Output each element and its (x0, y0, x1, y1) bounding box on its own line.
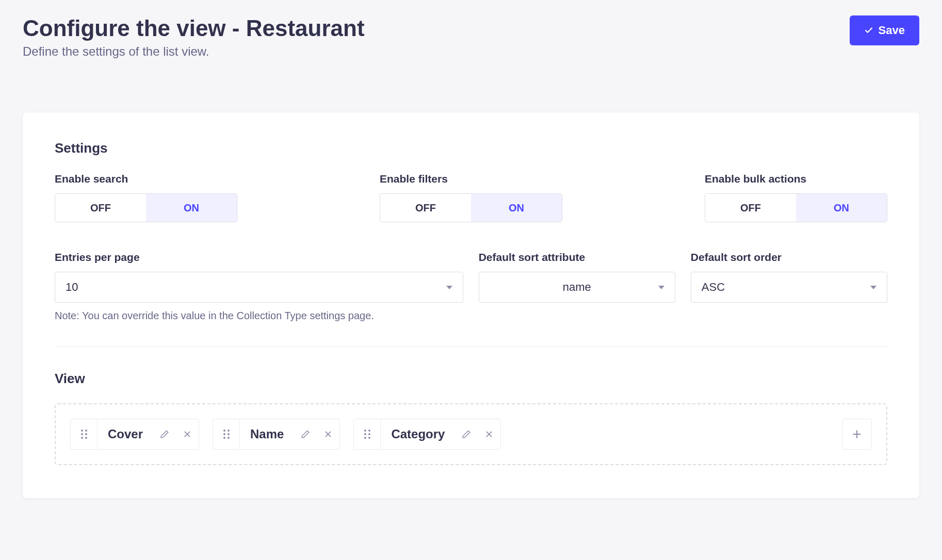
svg-point-1 (85, 430, 87, 432)
view-fields-container: Cover Name Category (55, 403, 887, 465)
enable-search-on[interactable]: ON (146, 194, 237, 222)
svg-point-11 (228, 433, 230, 435)
pencil-icon[interactable] (294, 430, 317, 439)
field-chip-category: Category (353, 419, 501, 450)
svg-point-0 (81, 430, 83, 432)
caret-down-icon (870, 286, 876, 289)
drag-handle-icon[interactable] (354, 419, 381, 449)
svg-point-13 (228, 437, 230, 439)
default-sort-order-label: Default sort order (691, 251, 887, 263)
enable-bulk-on[interactable]: ON (796, 194, 887, 222)
field-chip-label: Cover (98, 427, 153, 441)
entries-per-page-select[interactable]: 10 (55, 272, 463, 303)
save-button-label: Save (879, 24, 905, 37)
svg-point-8 (223, 430, 225, 432)
field-chip-name: Name (213, 419, 340, 450)
caret-down-icon (446, 286, 452, 289)
enable-filters-off[interactable]: OFF (380, 194, 471, 222)
svg-point-20 (364, 437, 366, 439)
enable-search-label: Enable search (55, 173, 237, 185)
field-chip-label: Name (240, 427, 294, 441)
drag-handle-icon[interactable] (213, 419, 240, 449)
settings-heading: Settings (55, 140, 887, 156)
pencil-icon[interactable] (455, 430, 478, 439)
svg-point-17 (368, 430, 370, 432)
svg-point-10 (223, 433, 225, 435)
page-title: Configure the view - Restaurant (23, 15, 365, 41)
svg-point-9 (228, 430, 230, 432)
check-icon (864, 26, 873, 35)
drag-handle-icon[interactable] (71, 419, 98, 449)
svg-point-3 (85, 433, 87, 435)
save-button[interactable]: Save (850, 15, 919, 45)
view-heading: View (55, 371, 887, 387)
svg-point-5 (85, 437, 87, 439)
entries-per-page-note: Note: You can override this value in the… (55, 310, 463, 322)
default-sort-order-select[interactable]: ASC (691, 272, 887, 303)
entries-per-page-value: 10 (66, 281, 78, 294)
svg-point-12 (223, 437, 225, 439)
close-icon[interactable] (176, 430, 199, 438)
pencil-icon[interactable] (153, 430, 176, 439)
svg-point-2 (81, 433, 83, 435)
settings-card: Settings Enable search OFF ON Enable fil… (23, 112, 919, 498)
close-icon[interactable] (317, 430, 339, 438)
caret-down-icon (658, 286, 664, 289)
enable-bulk-label: Enable bulk actions (705, 173, 887, 185)
entries-per-page-label: Entries per page (55, 251, 463, 263)
svg-point-16 (364, 430, 366, 432)
enable-filters-label: Enable filters (380, 173, 562, 185)
default-sort-attr-value: name (563, 281, 591, 294)
default-sort-attr-select[interactable]: name (479, 272, 675, 303)
svg-point-18 (364, 433, 366, 435)
page-subtitle: Define the settings of the list view. (23, 44, 365, 59)
default-sort-attr-label: Default sort attribute (479, 251, 675, 263)
add-field-button[interactable] (842, 419, 872, 450)
svg-point-19 (368, 433, 370, 435)
svg-point-4 (81, 437, 83, 439)
enable-bulk-toggle[interactable]: OFF ON (705, 193, 887, 222)
field-chip-label: Category (381, 427, 455, 441)
enable-bulk-off[interactable]: OFF (705, 194, 796, 222)
enable-filters-on[interactable]: ON (471, 194, 562, 222)
plus-icon (852, 429, 862, 439)
default-sort-order-value: ASC (702, 281, 725, 294)
close-icon[interactable] (478, 430, 500, 438)
enable-search-off[interactable]: OFF (55, 194, 146, 222)
svg-point-21 (368, 437, 370, 439)
field-chip-cover: Cover (70, 419, 199, 450)
enable-filters-toggle[interactable]: OFF ON (380, 193, 562, 222)
enable-search-toggle[interactable]: OFF ON (55, 193, 237, 222)
divider (55, 347, 887, 347)
